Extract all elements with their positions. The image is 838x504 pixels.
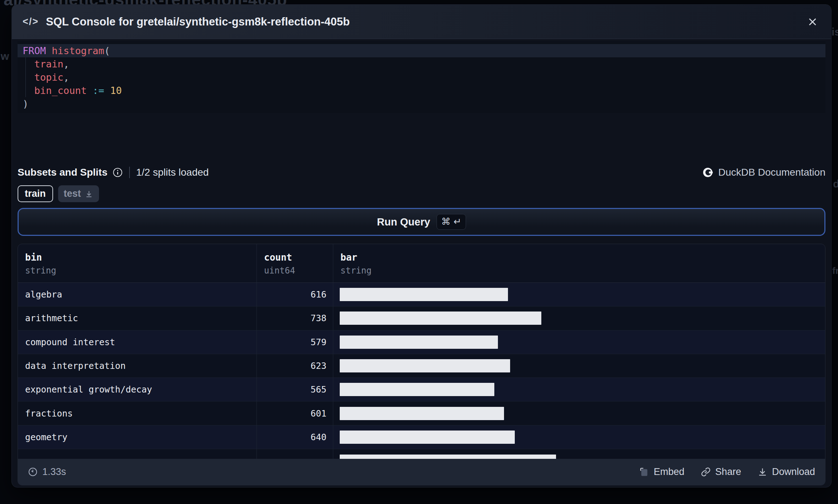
column-name: bin <box>25 252 256 263</box>
split-buttons: train test <box>18 185 825 202</box>
vertical-divider <box>129 167 130 178</box>
code-line: ) <box>18 97 825 110</box>
column-type: uint64 <box>264 266 333 276</box>
count-cell: 640 <box>257 425 333 449</box>
code-line: topic, <box>18 71 825 84</box>
bar-cell <box>333 425 825 449</box>
column-name: bar <box>340 252 825 263</box>
column-type: string <box>340 266 825 276</box>
info-icon[interactable] <box>113 167 123 177</box>
count-cell <box>257 449 333 459</box>
count-cell: 623 <box>257 354 333 377</box>
query-duration: 1.33s <box>28 466 66 477</box>
download-button[interactable]: Download <box>758 466 815 477</box>
run-query-button[interactable]: Run Query ⌘ ↵ <box>18 208 825 236</box>
table-header: bin string count uint64 bar string <box>18 244 825 283</box>
run-query-label: Run Query <box>377 216 430 228</box>
duckdb-logo-icon <box>703 167 714 178</box>
column-header-count: count uint64 <box>257 244 333 282</box>
table-row: arithmetic738 <box>18 306 825 330</box>
bar-cell <box>333 401 825 425</box>
bin-cell: data interpretation <box>18 354 257 377</box>
code-line: bin_count := 10 <box>18 84 825 97</box>
sql-console-modal: </> SQL Console for gretelai/synthetic-g… <box>11 4 832 488</box>
background-text-fragment: fr <box>832 265 838 276</box>
table-body[interactable]: algebra616arithmetic738compound interest… <box>18 283 825 459</box>
bin-cell: arithmetic <box>18 306 257 330</box>
duckdb-documentation-label: DuckDB Documentation <box>718 167 825 178</box>
count-cell: 616 <box>257 283 333 306</box>
bin-cell: exponential growth/decay <box>18 378 257 401</box>
splits-header-row: Subsets and Splits 1/2 splits loaded <box>18 163 825 182</box>
modal-title: SQL Console for gretelai/synthetic-gsm8k… <box>46 15 350 28</box>
code-line: FROM histogram( <box>18 44 825 57</box>
count-cell: 738 <box>257 306 333 330</box>
download-label: Download <box>772 466 815 477</box>
share-label: Share <box>715 466 741 477</box>
close-icon <box>807 16 818 27</box>
column-header-bar: bar string <box>333 244 825 282</box>
bin-cell <box>18 449 257 459</box>
background-text-fragment: d <box>833 178 838 190</box>
sql-editor[interactable]: FROM histogram( train, topic, bin_count … <box>18 41 825 113</box>
column-name: count <box>264 252 333 263</box>
code-icon: </> <box>23 16 39 27</box>
close-button[interactable] <box>805 14 820 30</box>
count-cell: 601 <box>257 401 333 425</box>
embed-button[interactable]: Embed <box>639 466 684 477</box>
bar-cell <box>333 283 825 306</box>
table-row: algebra616 <box>18 283 825 306</box>
bar-cell <box>333 306 825 330</box>
column-header-bin: bin string <box>18 244 257 282</box>
bar-cell <box>333 449 825 459</box>
modal-header: </> SQL Console for gretelai/synthetic-g… <box>12 5 831 39</box>
bin-cell: algebra <box>18 283 257 306</box>
split-button-label: test <box>64 188 81 199</box>
table-row: data interpretation623 <box>18 354 825 378</box>
table-row <box>18 449 825 459</box>
histogram-bar <box>340 407 504 420</box>
share-button[interactable]: Share <box>701 466 741 477</box>
bar-cell <box>333 331 825 354</box>
split-button-label: train <box>25 188 46 199</box>
background-text-fragment: is <box>832 26 838 38</box>
histogram-bar <box>340 455 556 459</box>
splits-loaded-status: 1/2 splits loaded <box>136 167 209 178</box>
histogram-bar <box>340 312 541 325</box>
histogram-bar <box>340 336 498 349</box>
query-duration-value: 1.33s <box>42 466 66 477</box>
download-split-icon <box>85 190 93 198</box>
histogram-bar <box>340 288 508 301</box>
footer-actions: Embed Share Download <box>639 466 815 477</box>
embed-icon <box>639 467 649 477</box>
duckdb-documentation-link[interactable]: DuckDB Documentation <box>703 167 825 178</box>
bin-cell: compound interest <box>18 331 257 354</box>
bin-cell: fractions <box>18 401 257 425</box>
table-row: geometry640 <box>18 425 825 449</box>
bar-cell <box>333 378 825 401</box>
histogram-bar <box>340 431 515 444</box>
bin-cell: geometry <box>18 425 257 449</box>
modal-body: FROM histogram( train, topic, bin_count … <box>12 39 831 488</box>
column-type: string <box>25 266 256 276</box>
indent-guide <box>25 57 26 97</box>
splits-heading: Subsets and Splits <box>18 167 108 178</box>
clock-icon <box>28 467 38 477</box>
histogram-bar <box>340 383 494 396</box>
code-line: train, <box>18 57 825 71</box>
embed-label: Embed <box>654 466 684 477</box>
histogram-bar <box>340 359 510 372</box>
bar-cell <box>333 354 825 377</box>
count-cell: 565 <box>257 378 333 401</box>
split-button-test[interactable]: test <box>58 185 99 202</box>
table-row: compound interest579 <box>18 331 825 354</box>
table-row: exponential growth/decay565 <box>18 378 825 401</box>
share-link-icon <box>701 467 711 477</box>
split-button-train[interactable]: train <box>18 185 53 202</box>
table-row: fractions601 <box>18 401 825 425</box>
keyboard-shortcut-badge: ⌘ ↵ <box>437 214 466 230</box>
results-footer: 1.33s Embed S <box>18 459 825 485</box>
count-cell: 579 <box>257 331 333 354</box>
query-results-panel: bin string count uint64 bar string algeb… <box>18 244 825 485</box>
background-text-fragment: w <box>1 50 9 62</box>
